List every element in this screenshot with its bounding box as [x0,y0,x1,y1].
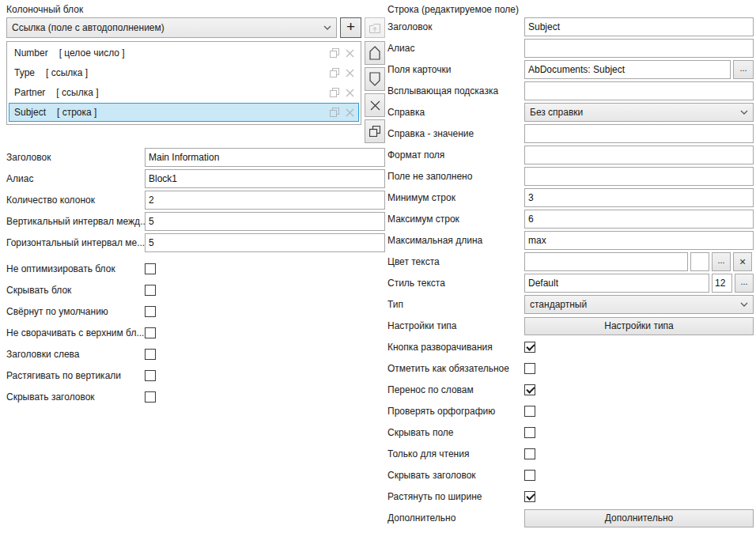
checkbox-expand-button[interactable] [524,342,535,353]
add-field-button[interactable]: + [340,17,361,38]
checkbox-headers-left[interactable] [145,349,156,360]
checkbox-collapsed-by-default[interactable] [145,306,156,317]
delete-icon [370,100,380,111]
form-row-text-color: Цвет текста ... × [387,252,754,271]
form-row-alias: Алиас [387,39,754,58]
field-type-combobox[interactable]: Ссылка (поле с автодополнением) [6,17,337,38]
field-empty-input[interactable] [524,167,754,186]
field-label: Количество колонок [6,195,145,206]
block-header-input[interactable] [145,148,385,167]
form-row-type-settings: Настройки типа Настройки типа [387,316,754,335]
horizontal-spacing-input[interactable] [145,233,385,252]
field-type: [ ссылка ] [56,87,98,98]
reference-value-input[interactable] [524,124,754,143]
move-up-button[interactable] [365,41,385,65]
checkbox-label: Только для чтения [387,448,524,459]
form-row-max-length: Максимальная длина [387,231,754,250]
move-up-icon [369,46,380,60]
copy-icon [330,108,339,117]
list-item-partner[interactable]: Partner [ ссылка ] [9,83,359,102]
card-fields-browse-button[interactable]: ... [733,60,754,79]
fields-listbox[interactable]: Number [ целое число ] Type [ ссылка ] P… [6,41,361,125]
check-row: Кнопка разворачивания [387,338,754,357]
check-row: Отметить как обязательное [387,359,754,378]
tooltip-input[interactable] [524,81,754,100]
max-length-input[interactable] [524,231,754,250]
checkbox-label: Скрывать блок [6,285,145,296]
card-fields-input[interactable] [524,60,731,79]
right-panel-title: Строка (редактируемое поле) [387,4,754,17]
field-label: Алиас [387,43,524,54]
text-color-clear-button[interactable]: × [733,252,752,271]
column-count-input[interactable] [145,191,385,210]
checkbox-hide-header[interactable] [524,470,535,481]
checkbox-hide-field[interactable] [524,427,535,438]
fields-list-wrap: Number [ целое число ] Type [ ссылка ] P… [6,41,385,143]
checkbox-hide-block[interactable] [145,285,156,296]
field-label: Алиас [6,173,145,184]
checkbox-label: Скрывать заголовок [387,470,524,481]
left-panel-title: Колоночный блок [6,4,385,17]
field-alias-input[interactable] [524,39,754,58]
copy-icon [330,68,339,77]
duplicate-item-button[interactable] [365,119,385,143]
vertical-spacing-input[interactable] [145,212,385,231]
form-row-alias: Алиас [6,169,385,188]
field-format-input[interactable] [524,146,754,164]
list-item-number[interactable]: Number [ целое число ] [9,43,359,62]
text-color-input[interactable] [524,252,688,271]
field-label: Формат поля [387,149,524,161]
chevron-down-icon [740,302,748,307]
form-row-field-format: Формат поля [387,146,754,164]
field-name: Type [14,67,35,78]
field-label: Справка [387,107,524,118]
text-style-input[interactable] [524,274,709,293]
font-size-input[interactable] [712,274,732,293]
field-type: [ ссылка ] [46,67,88,78]
checkbox-no-optimize-block[interactable] [145,263,156,274]
field-label: Заголовок [387,21,524,32]
checkbox-stretch-width[interactable] [524,491,535,502]
reference-combobox[interactable]: Без справки [524,103,754,122]
block-alias-input[interactable] [145,169,385,188]
delete-item-button[interactable] [365,93,385,117]
list-item-subject[interactable]: Subject [ строка ] [9,103,359,122]
form-row-max-lines: Максимум строк [387,210,754,229]
max-lines-input[interactable] [524,210,754,229]
type-combobox-value: стандартный [530,299,737,310]
close-icon: × [739,256,746,267]
check-row: Скрывать заголовок [6,387,385,406]
form-row-header: Заголовок [6,148,385,167]
text-style-browse-button[interactable]: ... [735,274,754,293]
move-down-button[interactable] [365,67,385,91]
type-combobox[interactable]: стандартный [524,295,754,314]
text-color-browse-button[interactable]: ... [712,252,731,271]
checkbox-hide-header-left[interactable] [145,391,156,403]
copy-icon [330,88,339,97]
check-row: Заголовки слева [6,345,385,364]
string-field-panel: Строка (редактируемое поле) Заголовок Ал… [387,4,754,530]
chevron-down-icon [740,110,748,115]
field-label: Поле не заполнено [387,171,524,182]
checkbox-word-wrap[interactable] [524,384,535,395]
reference-combobox-value: Без справки [530,107,737,118]
checkbox-no-collapse-with-top[interactable] [145,327,156,338]
field-header-input[interactable] [524,17,754,36]
min-lines-input[interactable] [524,188,754,207]
check-row: Скрывать заголовок [387,466,754,485]
checkbox-spellcheck[interactable] [524,406,535,417]
paste-field-button[interactable] [365,17,385,38]
type-settings-button[interactable]: Настройки типа [524,317,754,335]
check-row: Скрывать поле [387,423,754,442]
field-label: Дополнительно [387,512,524,524]
field-label: Заголовок [6,152,145,163]
checkbox-label: Заголовки слева [6,349,145,360]
checkbox-stretch-vertical[interactable] [145,370,156,381]
check-row: Перенос по словам [387,380,754,399]
checkbox-label: Перенос по словам [387,384,524,395]
check-row: Проверять орфографию [387,402,754,421]
list-item-type[interactable]: Type [ ссылка ] [9,63,359,82]
checkbox-mark-required[interactable] [524,363,535,374]
checkbox-read-only[interactable] [524,448,535,459]
more-button[interactable]: Дополнительно [524,509,754,527]
